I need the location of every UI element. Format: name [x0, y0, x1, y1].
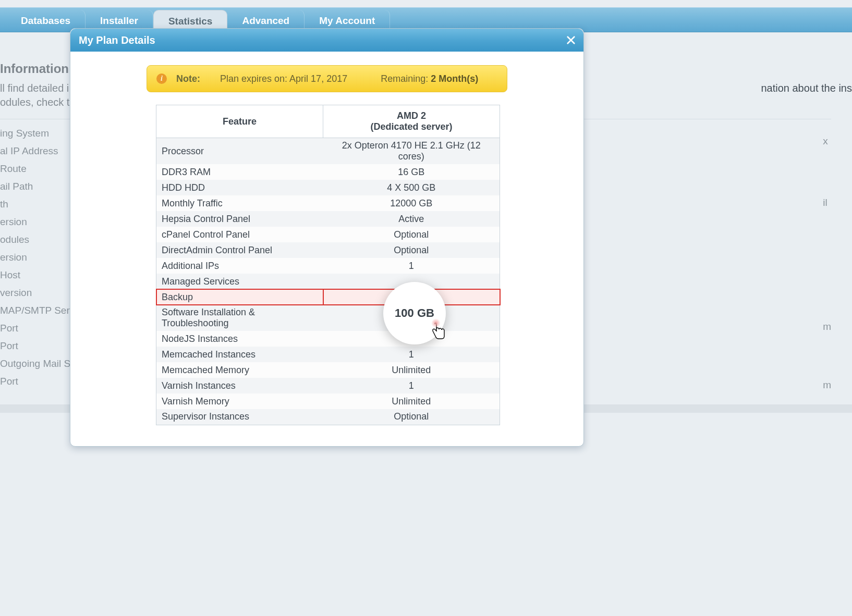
background-right-hint: nation about the ins — [761, 80, 852, 96]
feature-name: Additional IPs — [156, 258, 323, 274]
table-row: Managed Services — [156, 274, 500, 289]
feature-value: Unlimited — [323, 393, 500, 409]
feature-value: 1 — [323, 331, 500, 347]
feature-value: 12000 GB — [323, 195, 500, 211]
table-row: Memcached MemoryUnlimited — [156, 362, 500, 378]
table-row: Supervisor InstancesOptional — [156, 409, 500, 425]
feature-value: Optional — [323, 409, 500, 425]
table-row: Processor2x Opteron 4170 HE 2.1 GHz (12 … — [156, 138, 500, 165]
background-right-fragment: x — [823, 135, 831, 147]
table-row: Additional IPs1 — [156, 258, 500, 274]
feature-value: Optional — [323, 242, 500, 258]
table-row: Backup100 GB — [156, 289, 500, 305]
table-row: Varnish Instances1 — [156, 378, 500, 393]
table-header-feature: Feature — [156, 105, 323, 138]
table-header-plan: AMD 2 (Dedicated server) — [323, 105, 500, 138]
feature-name: Varnish Instances — [156, 378, 323, 393]
note-label: Note: — [176, 73, 200, 84]
close-icon — [566, 35, 576, 45]
plan-feature-table: Feature AMD 2 (Dedicated server) Process… — [156, 105, 500, 425]
table-row: HDD HDD4 X 500 GB — [156, 180, 500, 195]
feature-value: 4 X 500 GB — [323, 180, 500, 195]
feature-name: Backup — [156, 289, 323, 305]
plan-details-modal: My Plan Details i Note: Plan expires on:… — [70, 28, 584, 447]
background-intro-line1: ll find detailed i — [0, 82, 69, 94]
feature-name: Memcached Memory — [156, 362, 323, 378]
background-right-fragment: m — [823, 321, 831, 332]
feature-name: Monthly Traffic — [156, 195, 323, 211]
feature-name: DirectAdmin Control Panel — [156, 242, 323, 258]
feature-name: Supervisor Instances — [156, 409, 323, 425]
background-right-fragment: m — [823, 379, 831, 391]
bg-right-list: xilmm — [823, 135, 831, 181]
feature-name: Processor — [156, 138, 323, 165]
note-remaining: Remaining: 2 Month(s) — [381, 73, 478, 84]
note-bar: i Note: Plan expires on: April 17, 2017 … — [147, 65, 507, 92]
feature-name: NodeJS Instances — [156, 331, 323, 347]
feature-value: 16 GB — [323, 164, 500, 180]
table-row: NodeJS Instances1 — [156, 331, 500, 347]
feature-name: Hepsia Control Panel — [156, 211, 323, 227]
note-expires-prefix: Plan expires on: — [220, 73, 289, 84]
table-row: Varnish MemoryUnlimited — [156, 393, 500, 409]
info-icon: i — [156, 73, 167, 84]
note-remaining-prefix: Remaining: — [381, 73, 431, 84]
feature-name: HDD HDD — [156, 180, 323, 195]
table-row: DDR3 RAM16 GB — [156, 164, 500, 180]
table-row: DirectAdmin Control PanelOptional — [156, 242, 500, 258]
background-intro-line2: odules, check th — [0, 96, 76, 108]
feature-name: Software Installation & Troubleshooting — [156, 305, 323, 331]
modal-header: My Plan Details — [70, 29, 583, 52]
table-row: Software Installation & Troubleshooting — [156, 305, 500, 331]
modal-close-button[interactable] — [564, 33, 578, 47]
feature-value: 1 — [323, 378, 500, 393]
feature-value: Optional — [323, 227, 500, 242]
feature-name: cPanel Control Panel — [156, 227, 323, 242]
note-expires-value: April 17, 2017 — [289, 73, 347, 84]
feature-value: 2x Opteron 4170 HE 2.1 GHz (12 cores) — [323, 138, 500, 165]
table-row: Hepsia Control PanelActive — [156, 211, 500, 227]
feature-value: Active — [323, 211, 500, 227]
modal-title: My Plan Details — [79, 34, 155, 46]
plan-name: AMD 2 — [327, 110, 495, 121]
feature-value: Unlimited — [323, 362, 500, 378]
feature-name: Varnish Memory — [156, 393, 323, 409]
feature-name: Memcached Instances — [156, 347, 323, 362]
background-right-fragment: il — [823, 197, 831, 208]
feature-name: DDR3 RAM — [156, 164, 323, 180]
plan-sub: (Dedicated server) — [327, 121, 495, 132]
feature-value — [323, 274, 500, 289]
table-row: cPanel Control PanelOptional — [156, 227, 500, 242]
feature-name: Managed Services — [156, 274, 323, 289]
background-right-hint-text: nation about the ins — [761, 80, 852, 96]
feature-value — [323, 305, 500, 331]
note-expires: Plan expires on: April 17, 2017 — [220, 73, 347, 84]
note-remaining-value: 2 Month(s) — [431, 73, 478, 84]
feature-value: 100 GB — [323, 289, 500, 305]
table-row: Monthly Traffic12000 GB — [156, 195, 500, 211]
feature-value: 1 — [323, 347, 500, 362]
feature-value: 1 — [323, 258, 500, 274]
table-row: Memcached Instances1 — [156, 347, 500, 362]
